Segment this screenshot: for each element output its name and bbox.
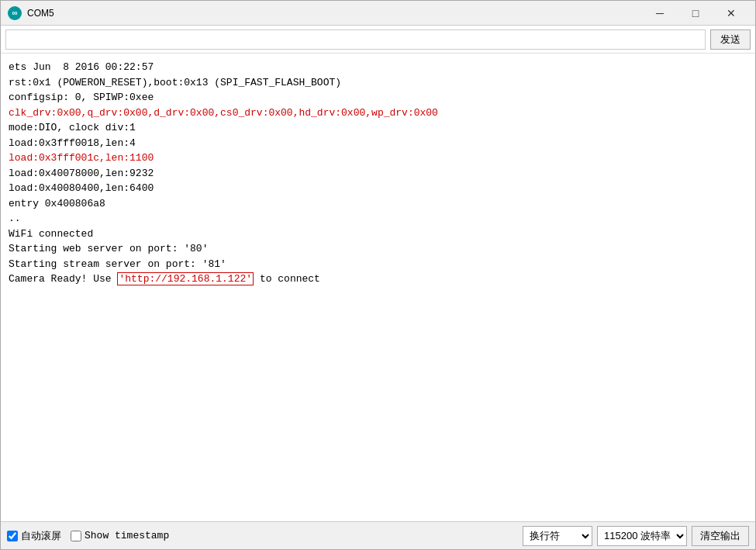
show-timestamp-label: Show timestamp — [85, 530, 169, 541]
console-line: .. — [9, 211, 747, 227]
send-input[interactable] — [5, 29, 706, 50]
console-line: load:0x40080400,len:6400 — [9, 181, 747, 196]
send-button[interactable]: 发送 — [710, 29, 751, 50]
window-title: COM5 — [27, 8, 642, 19]
console-line-url: Camera Ready! Use 'http://192.168.1.122'… — [9, 272, 747, 287]
console-line: Starting web server on port: '80' — [9, 241, 747, 257]
window-controls: ─ □ ✕ — [642, 1, 749, 26]
auto-scroll-checkbox-item[interactable]: 自动滚屏 — [7, 529, 61, 543]
line-ending-select[interactable]: 换行符无行尾换行回车换行+回车 — [523, 526, 592, 546]
console-line: configsip: 0, SPIWP:0xee — [9, 90, 747, 106]
status-right: 换行符无行尾换行回车换行+回车 300120024004800960019200… — [523, 526, 749, 546]
console-line: WiFi connected — [9, 227, 747, 242]
console-line: rst:0x1 (POWERON_RESET),boot:0x13 (SPI_F… — [9, 75, 747, 91]
close-button[interactable]: ✕ — [713, 1, 749, 26]
auto-scroll-checkbox[interactable] — [7, 531, 18, 541]
console-line: ets Jun 8 2016 00:22:57 — [9, 60, 747, 75]
minimize-button[interactable]: ─ — [642, 1, 678, 26]
console-line: mode:DIO, clock div:1 — [9, 120, 747, 136]
console-output: ets Jun 8 2016 00:22:57rst:0x1 (POWERON_… — [1, 54, 755, 521]
main-window: ∞ COM5 ─ □ ✕ 发送 ets Jun 8 2016 00:22:57r… — [0, 0, 756, 550]
maximize-button[interactable]: □ — [678, 1, 713, 26]
console-line: Starting stream server on port: '81' — [9, 257, 747, 272]
title-bar: ∞ COM5 ─ □ ✕ — [1, 1, 755, 26]
status-bar: 自动滚屏 Show timestamp 换行符无行尾换行回车换行+回车 3001… — [1, 521, 755, 549]
baud-rate-select[interactable]: 3001200240048009600192003840057600748801… — [597, 526, 687, 546]
console-line: entry 0x400806a8 — [9, 196, 747, 212]
show-timestamp-checkbox[interactable] — [71, 531, 81, 541]
clear-output-button[interactable]: 清空输出 — [692, 526, 749, 546]
url-highlight: 'http://192.168.1.122' — [117, 272, 254, 285]
console-line: load:0x3fff001c,len:1100 — [9, 150, 747, 166]
console-line: load:0x40078000,len:9232 — [9, 166, 747, 182]
show-timestamp-checkbox-item[interactable]: Show timestamp — [71, 530, 169, 541]
console-line: load:0x3fff0018,len:4 — [9, 136, 747, 151]
arduino-logo: ∞ — [8, 6, 22, 20]
console-line: clk_drv:0x00,q_drv:0x00,d_drv:0x00,cs0_d… — [9, 106, 747, 121]
toolbar: 发送 — [1, 26, 755, 54]
status-left: 自动滚屏 Show timestamp — [7, 529, 516, 543]
app-icon: ∞ — [7, 5, 22, 21]
auto-scroll-label: 自动滚屏 — [21, 529, 61, 543]
